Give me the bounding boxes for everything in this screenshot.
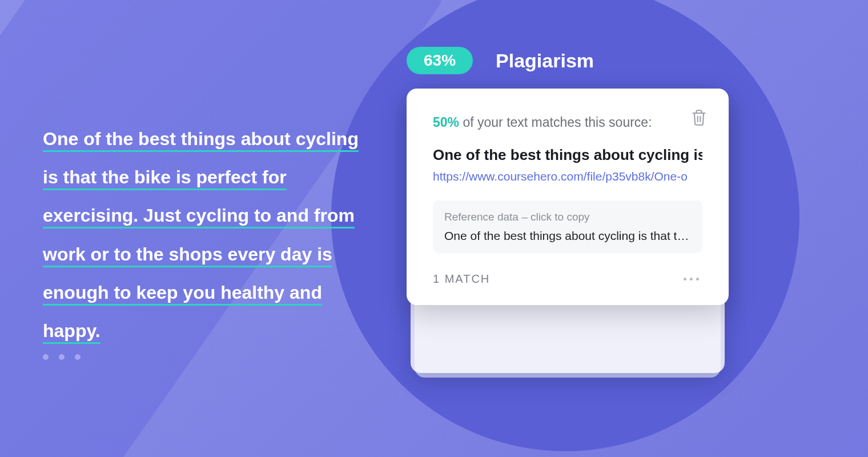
match-percent-line: 50% of your text matches this source: bbox=[433, 115, 702, 130]
highlighted-sample-text: One of the best things about cycling is … bbox=[43, 129, 359, 344]
result-title: Plagiarism bbox=[496, 50, 594, 72]
more-options-icon[interactable] bbox=[680, 274, 702, 284]
reference-text: One of the best things about cycling is … bbox=[444, 229, 691, 243]
main-content: One of the best things about cycling is … bbox=[0, 0, 868, 457]
card-footer: 1 MATCH bbox=[433, 272, 702, 286]
result-header: 63% Plagiarism bbox=[407, 47, 594, 74]
carousel-dot[interactable] bbox=[43, 354, 49, 360]
reference-copy-box[interactable]: Reference data – click to copy One of th… bbox=[433, 201, 702, 253]
sample-text-block: One of the best things about cycling is … bbox=[43, 120, 368, 350]
carousel-dot[interactable] bbox=[59, 354, 65, 360]
reference-label: Reference data – click to copy bbox=[444, 211, 691, 223]
plagiarism-percent-badge: 63% bbox=[407, 47, 473, 74]
carousel-dots bbox=[43, 354, 81, 360]
source-title: One of the best things about cycling is bbox=[433, 146, 702, 164]
source-card: 50% of your text matches this source: On… bbox=[407, 89, 729, 305]
match-percent-value: 50% bbox=[433, 115, 459, 130]
source-card-stack: 50% of your text matches this source: On… bbox=[407, 89, 729, 305]
match-percent-suffix: of your text matches this source: bbox=[459, 115, 652, 130]
match-count-label: 1 MATCH bbox=[433, 272, 490, 286]
trash-icon[interactable] bbox=[691, 109, 707, 129]
carousel-dot[interactable] bbox=[75, 354, 81, 360]
card-top-section: 50% of your text matches this source: On… bbox=[433, 115, 702, 183]
source-url-link[interactable]: https://www.coursehero.com/file/p35vb8k/… bbox=[433, 170, 702, 183]
